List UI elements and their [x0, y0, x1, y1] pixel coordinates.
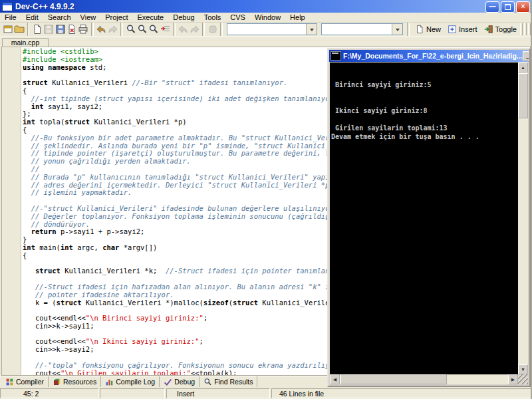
code-line: cout<<"\n Girilen sayilarin toplami:"<<t… [23, 370, 367, 376]
toggle-icon [484, 25, 493, 34]
console-line [331, 98, 479, 106]
menu-item-tools[interactable]: Tools [200, 13, 226, 22]
toolbar-separator [27, 23, 30, 36]
console-line [331, 115, 479, 124]
scroll-left-button[interactable]: ◀ [330, 374, 340, 384]
scroll-up-button[interactable]: ▲ [518, 63, 528, 72]
close-file-icon[interactable] [66, 22, 77, 37]
chevron-down-icon[interactable] [392, 24, 402, 35]
find-icon[interactable] [125, 22, 136, 37]
save-icon [43, 22, 55, 37]
console-line: Birinci sayiyi giriniz:5 [331, 80, 479, 89]
new-project-icon[interactable] [2, 22, 13, 37]
code-line: return p->sayi1 + p->sayi2; [23, 228, 367, 236]
console-vertical-scrollbar[interactable]: ▲ ▼ [518, 63, 528, 374]
menu-bar: FileEditSearchViewProjectExecuteDebugToo… [0, 13, 532, 23]
code-area[interactable]: #include <cstdlib>#include <iostream>usi… [23, 48, 367, 376]
close-button[interactable]: × [516, 1, 530, 13]
scroll-right-button[interactable]: ▶ [508, 374, 518, 384]
console-line [331, 63, 479, 72]
forward-icon [189, 22, 200, 37]
menu-item-debug[interactable]: Debug [168, 13, 199, 22]
report-tab-label: Compile Log [116, 378, 155, 386]
code-line: int main(int argc, char *argv[]) [23, 244, 367, 252]
console-text: Birinci sayiyi giriniz:5 Ikinci sayiyi g… [331, 63, 479, 141]
console-title: F:\My_Documents_For_F\22_e-bergi_Icin_Ha… [343, 52, 523, 60]
tab-main-cpp[interactable]: main.cpp [2, 38, 49, 47]
editor-tab-bar: main.cpp [0, 37, 532, 47]
find-in-files-icon[interactable] [136, 22, 148, 37]
editor-gutter [2, 47, 21, 375]
app-icon [2, 2, 13, 11]
menu-item-execute[interactable]: Execute [132, 13, 168, 22]
toolbar-separator [173, 23, 176, 36]
console-line [331, 72, 479, 80]
title-bar[interactable]: Dev-C++ 4.9.9.2 — × [0, 0, 532, 13]
report-tab-compiler[interactable]: Compiler [1, 376, 49, 387]
console-minimize-button[interactable]: _ [523, 51, 529, 61]
toggle-button[interactable]: Toggle [481, 23, 520, 36]
save-all-icon[interactable] [55, 22, 66, 37]
chevron-down-icon[interactable] [306, 24, 317, 35]
status-bar: 45: 2 Insert 46 Lines in file [0, 387, 532, 399]
print-icon[interactable] [78, 22, 89, 37]
code-line: using namespace std; [23, 64, 367, 72]
menu-item-file[interactable]: File [0, 13, 21, 22]
restore-icon [505, 4, 511, 10]
report-tab-label: Compiler [16, 378, 44, 386]
menu-item-help[interactable]: Help [285, 13, 310, 22]
scroll-down-button[interactable]: ▼ [518, 364, 528, 374]
toolbar-separator [91, 23, 94, 36]
new-icon [415, 25, 424, 34]
code-line: k = (struct Kullanici_Verileri *)malloc(… [23, 299, 367, 307]
msdos-icon [331, 51, 341, 61]
horizontal-scroll-thumb[interactable] [340, 374, 447, 384]
insert-button[interactable]: Insert [444, 23, 481, 36]
code-line: // işlemini yapmaktadır. [23, 189, 367, 197]
class-browser-combo[interactable] [321, 23, 403, 35]
compiler-combo[interactable] [227, 23, 317, 35]
code-line: struct Kullanici_Verileri //-Bir "struct… [23, 79, 367, 87]
console-title-bar[interactable]: F:\My_Documents_For_F\22_e-bergi_Icin_Ha… [329, 50, 529, 62]
insert-button-label: Insert [459, 25, 477, 33]
console-line: Girilen sayilarin toplami:13 [331, 124, 479, 132]
compiler-icon [5, 378, 14, 386]
vertical-scroll-thumb[interactable] [518, 73, 528, 118]
status-cursor-position: 45: 2 [0, 388, 98, 398]
window-title: Dev-C++ 4.9.9.2 [15, 2, 74, 11]
replace-icon[interactable] [148, 22, 160, 37]
insert-icon [448, 25, 457, 34]
new-source-icon[interactable] [31, 22, 43, 37]
minimize-button[interactable]: — [485, 1, 499, 13]
menu-item-search[interactable]: Search [43, 13, 76, 22]
menu-item-project[interactable]: Project [100, 13, 132, 22]
code-line: cin>>k->sayi1; [23, 323, 367, 331]
console-line [331, 89, 479, 98]
find-results-icon [203, 378, 212, 386]
code-line: { [23, 252, 367, 260]
menu-item-window[interactable]: Window [250, 13, 285, 22]
restore-button[interactable] [501, 1, 515, 13]
menu-item-view[interactable]: View [76, 13, 101, 22]
toolbar-separator [407, 23, 410, 36]
console-output[interactable]: Birinci sayiyi giriniz:5 Ikinci sayiyi g… [330, 63, 528, 374]
console-resize-grip[interactable] [518, 374, 528, 384]
redo-icon [107, 22, 118, 37]
menu-item-edit[interactable]: Edit [21, 13, 43, 22]
goto-line-icon[interactable] [160, 22, 171, 37]
report-tab-compile-log[interactable]: Compile Log [101, 376, 160, 387]
report-tab-label: Debug [174, 378, 195, 386]
report-tab-debug[interactable]: Debug [160, 376, 200, 387]
compile-log-icon [105, 378, 114, 386]
new-button[interactable]: New [412, 23, 444, 36]
menu-item-cvs[interactable]: CVS [225, 13, 250, 22]
toolbar-separator [220, 23, 223, 36]
code-line: // yonun çağrıldığı yerden almaktadır. [23, 158, 367, 166]
open-project-icon[interactable] [13, 22, 25, 37]
console-horizontal-scrollbar[interactable]: ◀ ▶ [330, 374, 518, 384]
undo-icon[interactable] [96, 22, 107, 37]
toolbar-grip [520, 23, 531, 35]
report-tab-find-results[interactable]: Find Results [200, 376, 257, 387]
report-tab-resources[interactable]: Resources [49, 376, 101, 387]
code-line: int topla(struct Kullanici_Verileri *p) [23, 118, 367, 126]
